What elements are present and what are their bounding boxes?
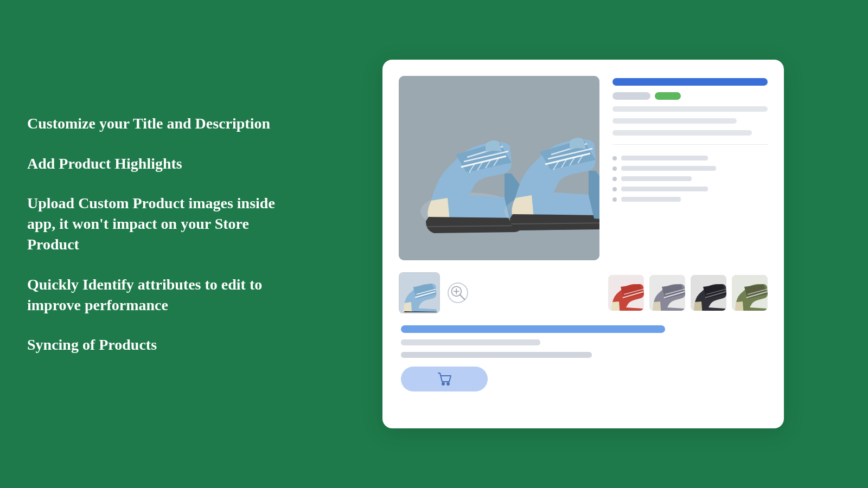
cart-icon: [436, 371, 452, 387]
product-badge-row: [612, 92, 768, 100]
shoe-illustration: [399, 76, 599, 260]
feature-text: Syncing of Products: [27, 336, 157, 353]
card-bottom-section: [399, 325, 768, 391]
variant-thumbnails: [608, 275, 768, 311]
main-product-image: [399, 76, 599, 260]
bullet-dot: [612, 187, 617, 191]
feature-text: Upload Custom Product images inside app,…: [27, 195, 275, 253]
variant-gray[interactable]: [649, 275, 685, 311]
product-preview-panel: [309, 43, 868, 445]
add-to-cart-button[interactable]: [401, 367, 488, 391]
svg-point-37: [447, 383, 449, 385]
thumbnails-row: [399, 272, 768, 313]
status-badge-gray: [612, 92, 650, 100]
thumb-shoe-blue: [400, 272, 439, 313]
bullet-line: [621, 197, 681, 202]
feature-identify-attributes: Quickly Identify attributes to edit to i…: [27, 274, 282, 316]
card-top-section: [399, 76, 768, 260]
bullet-dot: [612, 197, 617, 202]
thumb-shoe-black: [691, 275, 726, 311]
zoom-button[interactable]: [448, 282, 468, 303]
detail-bar-medium: [401, 352, 592, 358]
info-line-1: [612, 106, 768, 112]
feature-syncing-products: Syncing of Products: [27, 335, 282, 355]
feature-add-highlights: Add Product Highlights: [27, 153, 282, 174]
price-bar: [401, 325, 665, 333]
info-divider: [612, 144, 768, 145]
bullet-line: [621, 156, 708, 160]
bullet-item-2: [612, 166, 768, 171]
bullet-item-5: [612, 197, 768, 202]
features-panel: Customize your Title and Description Add…: [0, 81, 309, 407]
product-info-section: [612, 76, 768, 260]
bullet-item-1: [612, 156, 768, 160]
feature-text: Customize your Title and Description: [27, 115, 270, 132]
svg-line-21: [460, 295, 465, 300]
thumb-shoe-green: [732, 275, 768, 311]
detail-bar-small: [401, 339, 540, 345]
feature-text: Add Product Highlights: [27, 155, 182, 172]
bullet-line: [621, 166, 716, 171]
variant-red[interactable]: [608, 275, 644, 311]
thumb-shoe-gray: [649, 275, 685, 311]
feature-customize-title: Customize your Title and Description: [27, 113, 282, 134]
bullet-item-4: [612, 187, 768, 191]
info-line-3: [612, 130, 752, 136]
feature-upload-images: Upload Custom Product images inside app,…: [27, 193, 282, 254]
feature-text: Quickly Identify attributes to edit to i…: [27, 276, 262, 313]
bullet-line: [621, 187, 708, 191]
bullet-list: [612, 156, 768, 202]
status-badge-green: [655, 92, 681, 100]
product-title-bar: [612, 78, 768, 86]
product-card: [382, 60, 784, 428]
bullet-dot: [612, 166, 617, 171]
bullet-item-3: [612, 176, 768, 181]
info-line-2: [612, 118, 737, 124]
variant-black[interactable]: [691, 275, 726, 311]
bullet-dot: [612, 177, 617, 181]
bullet-line: [621, 176, 692, 181]
zoom-icon: [449, 282, 467, 303]
svg-point-36: [442, 383, 444, 385]
variant-green[interactable]: [732, 275, 768, 311]
bullet-dot: [612, 156, 617, 160]
thumb-shoe-red: [608, 275, 644, 311]
selected-thumbnail[interactable]: [399, 272, 440, 313]
